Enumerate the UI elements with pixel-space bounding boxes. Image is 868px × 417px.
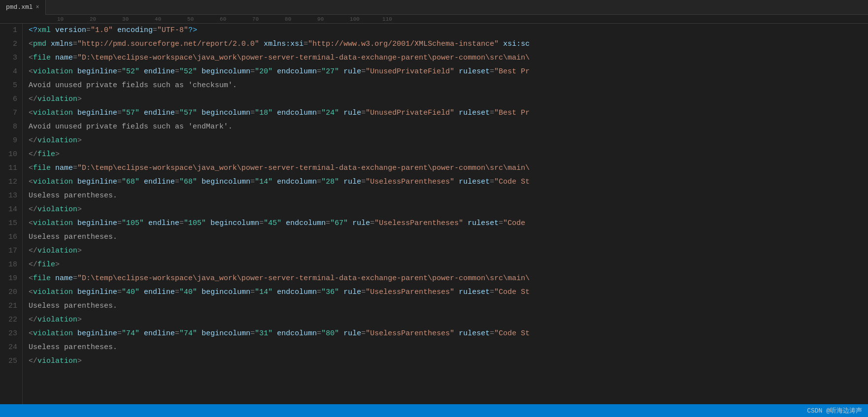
code-token: = [326,219,330,227]
code-token: = [250,288,255,296]
code-token: version [51,26,86,34]
code-token: name [51,274,73,283]
code-token: "18" [255,109,272,117]
code-token: = [175,178,179,186]
code-line: </violation> [29,244,868,258]
code-token: endcolumn [272,178,317,186]
ruler-content: 10 20 30 40 50 60 70 80 90 100 110 [0,15,868,23]
line-number: 14 [0,203,17,217]
code-line: Useless parentheses. [29,189,868,203]
line-numbers: 1234567891011121314151617181920212223242… [0,24,23,404]
line-number: 16 [0,230,17,244]
code-token: violation [33,67,73,76]
code-token: "Code St [494,288,530,296]
code-token: = [361,329,366,338]
code-token: endline [139,288,175,296]
code-line: </violation> [29,93,868,106]
code-token: = [250,67,255,76]
code-token: "68" [179,178,197,186]
code-token: = [250,178,255,186]
code-token: Avoid unused private fields such as 'che… [29,81,237,90]
code-token: violation [37,205,77,214]
code-token: "36" [321,288,339,296]
code-token: "UselessParentheses" [374,219,463,227]
code-token: = [175,67,179,76]
code-token: rule [339,329,361,338]
code-token: ruleset [454,329,490,338]
code-line: Useless parentheses. [29,299,868,313]
code-token: = [117,219,122,227]
code-token: file [37,260,55,269]
code-token: "45" [264,219,281,227]
code-token: begincolumn [197,329,250,338]
code-token: "52" [179,67,197,76]
code-token: rule [339,109,361,117]
code-token: "57" [122,109,139,117]
code-token: beginline [73,329,117,338]
line-number: 2 [0,37,17,51]
code-token: "28" [321,178,339,186]
code-token: violation [33,109,73,117]
code-token: begincolumn [197,288,250,296]
code-token: = [117,109,122,117]
code-token: violation [33,288,73,296]
line-number: 8 [0,120,17,134]
bottom-bar: CSDN @听海边涛声 [0,404,868,417]
code-token: "Best Pr [494,109,530,117]
code-token: beginline [73,109,117,117]
tab-close-button[interactable]: × [36,4,39,11]
code-token: Useless parentheses. [29,233,117,241]
code-token: "14" [255,178,272,186]
code-token: "80" [321,329,339,338]
code-line: Useless parentheses. [29,230,868,244]
code-token: Useless parentheses. [29,192,117,200]
line-number: 4 [0,65,17,79]
code-token: endcolumn [272,109,317,117]
code-token: = [490,329,494,338]
code-token: "31" [255,329,272,338]
line-number: 1 [0,24,17,37]
code-token: = [317,109,321,117]
code-line: <file name="D:\temp\eclipse-workspace\ja… [29,51,868,65]
code-token: "52" [122,67,139,76]
code-token: endcolumn [272,67,317,76]
line-number: 10 [0,148,17,161]
code-token: = [361,109,366,117]
code-token: </ [29,150,37,159]
code-token: rule [339,67,361,76]
code-line: </violation> [29,313,868,327]
code-token: file [33,54,51,62]
code-token: = [175,288,179,296]
code-token: ruleset [463,219,499,227]
tab-label: pmd.xml [6,3,33,11]
line-number: 25 [0,354,17,368]
code-token: "20" [255,67,272,76]
line-number: 11 [0,161,17,175]
line-number: 21 [0,299,17,313]
code-token: "57" [179,109,197,117]
code-token: "27" [321,67,339,76]
code-token: = [499,219,503,227]
code-token: violation [37,316,77,324]
watermark: CSDN @听海边涛声 [807,406,862,415]
code-token: = [117,329,122,338]
code-token: "105" [184,219,206,227]
code-token: = [86,26,91,34]
code-token: "40" [122,288,139,296]
code-token: = [73,40,77,48]
code-token: name [51,164,73,172]
code-token: begincolumn [197,109,250,117]
code-token: Useless parentheses. [29,343,117,352]
code-content[interactable]: <?xml version="1.0" encoding="UTF-8"?><p… [23,24,868,404]
code-token: = [361,288,366,296]
code-line: <violation beginline="105" endline="105"… [29,217,868,230]
code-token: file [37,150,55,159]
ruler-text: 10 20 30 40 50 60 70 80 90 100 110 [25,16,392,22]
code-token: "UselessParentheses" [366,329,454,338]
tab-pmd-xml[interactable]: pmd.xml × [0,0,46,15]
code-token: "http://www.w3.org/2001/XMLSchema-instan… [308,40,499,48]
code-token: > [77,205,82,214]
ruler-bar: 10 20 30 40 50 60 70 80 90 100 110 [0,15,868,24]
code-token: = [117,67,122,76]
code-token: "D:\temp\eclipse-workspace\java_work\pow… [77,164,530,172]
